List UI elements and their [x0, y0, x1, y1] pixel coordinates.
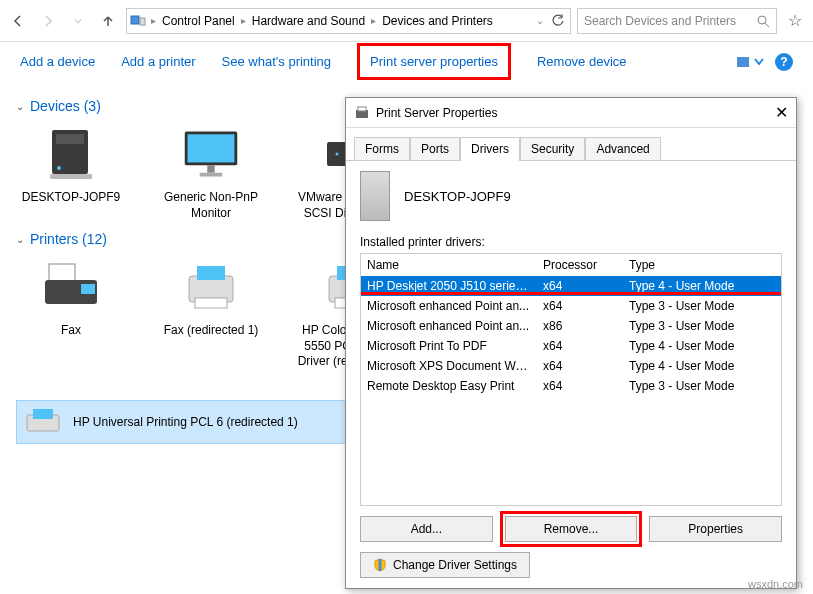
change-driver-settings-button[interactable]: Change Driver Settings — [360, 552, 530, 578]
svg-rect-10 — [188, 134, 235, 162]
help-icon[interactable]: ? — [775, 53, 793, 71]
fax-icon — [41, 257, 101, 317]
properties-button[interactable]: Properties — [649, 516, 782, 542]
search-input[interactable]: Search Devices and Printers — [577, 8, 777, 34]
svg-rect-6 — [56, 134, 84, 144]
tab-drivers[interactable]: Drivers — [460, 137, 520, 161]
chevron-down-icon: ⌄ — [16, 234, 24, 245]
svg-point-7 — [57, 166, 61, 170]
computer-icon — [41, 124, 101, 184]
bc-control-panel[interactable]: Control Panel — [158, 9, 239, 33]
svg-rect-12 — [200, 173, 223, 177]
printer-icon — [354, 105, 370, 121]
printer-item[interactable]: Fax — [16, 257, 126, 370]
svg-rect-4 — [737, 57, 749, 67]
remove-device-link[interactable]: Remove device — [537, 54, 627, 69]
forward-button[interactable] — [36, 9, 60, 33]
dialog-tabs: Forms Ports Drivers Security Advanced — [346, 128, 796, 161]
refresh-button[interactable] — [546, 14, 570, 28]
add-device-link[interactable]: Add a device — [20, 54, 95, 69]
svg-rect-26 — [33, 409, 53, 419]
devices-icon — [127, 14, 149, 28]
driver-list[interactable]: Name Processor Type HP Deskjet 2050 J510… — [360, 253, 782, 506]
driver-row[interactable]: Microsoft enhanced Point an...x64Type 3 … — [361, 296, 781, 316]
history-dropdown[interactable]: ⌄ — [534, 15, 546, 26]
device-item[interactable]: DESKTOP-JOPF9 — [16, 124, 126, 221]
svg-rect-8 — [50, 174, 92, 179]
print-server-properties-link[interactable]: Print server properties — [357, 43, 511, 80]
bc-hardware-sound[interactable]: Hardware and Sound — [248, 9, 369, 33]
selected-item-label: HP Universal Printing PCL 6 (redirected … — [73, 415, 298, 429]
up-button[interactable] — [96, 9, 120, 33]
driver-row[interactable]: Microsoft XPS Document Wri...x64Type 4 -… — [361, 356, 781, 376]
svg-line-3 — [765, 23, 769, 27]
view-options-button[interactable] — [735, 54, 765, 70]
tab-forms[interactable]: Forms — [354, 137, 410, 161]
shield-icon — [373, 558, 387, 572]
driver-row[interactable]: Microsoft enhanced Point an...x86Type 3 … — [361, 316, 781, 336]
add-printer-link[interactable]: Add a printer — [121, 54, 195, 69]
svg-point-14 — [336, 153, 339, 156]
driver-row[interactable]: Remote Desktop Easy Printx64Type 3 - Use… — [361, 376, 781, 396]
search-icon — [756, 14, 770, 28]
list-label: Installed printer drivers: — [360, 235, 782, 249]
tab-advanced[interactable]: Advanced — [585, 137, 660, 161]
svg-rect-18 — [81, 284, 95, 294]
chevron-down-icon: ⌄ — [16, 101, 24, 112]
monitor-icon — [181, 124, 241, 184]
driver-row[interactable]: HP Deskjet 2050 J510 series Cl...x64Type… — [361, 276, 781, 296]
bc-devices-printers[interactable]: Devices and Printers — [378, 9, 497, 33]
svg-point-2 — [758, 16, 766, 24]
printer-icon — [181, 257, 241, 317]
printer-icon — [23, 407, 63, 437]
favorite-icon[interactable]: ☆ — [783, 11, 807, 30]
svg-rect-0 — [131, 16, 139, 24]
address-bar: ▸ Control Panel ▸ Hardware and Sound ▸ D… — [0, 0, 813, 42]
search-placeholder: Search Devices and Printers — [584, 14, 736, 28]
tab-security[interactable]: Security — [520, 137, 585, 161]
see-printing-link[interactable]: See what's printing — [222, 54, 331, 69]
remove-button[interactable]: Remove... — [505, 516, 638, 542]
chevron-right-icon: ▸ — [149, 15, 158, 26]
tab-ports[interactable]: Ports — [410, 137, 460, 161]
svg-rect-20 — [197, 266, 225, 280]
device-item[interactable]: Generic Non-PnP Monitor — [156, 124, 266, 221]
svg-rect-1 — [140, 18, 145, 25]
command-bar: Add a device Add a printer See what's pr… — [0, 42, 813, 82]
watermark: wsxdn.com — [748, 578, 803, 590]
svg-rect-11 — [207, 165, 215, 173]
list-header[interactable]: Name Processor Type — [361, 254, 781, 276]
close-button[interactable]: ✕ — [775, 103, 788, 122]
print-server-properties-dialog: Print Server Properties ✕ Forms Ports Dr… — [345, 97, 797, 589]
dialog-title: Print Server Properties — [376, 106, 497, 120]
dialog-titlebar[interactable]: Print Server Properties ✕ — [346, 98, 796, 128]
svg-rect-28 — [358, 107, 366, 111]
server-name: DESKTOP-JOPF9 — [404, 189, 511, 204]
add-button[interactable]: Add... — [360, 516, 493, 542]
breadcrumb[interactable]: ▸ Control Panel ▸ Hardware and Sound ▸ D… — [126, 8, 571, 34]
printer-item[interactable]: Fax (redirected 1) — [156, 257, 266, 370]
driver-row[interactable]: Microsoft Print To PDFx64Type 4 - User M… — [361, 336, 781, 356]
svg-rect-21 — [195, 298, 227, 308]
server-icon — [360, 171, 390, 221]
svg-rect-16 — [49, 264, 75, 282]
back-button[interactable] — [6, 9, 30, 33]
recent-dropdown[interactable] — [66, 9, 90, 33]
